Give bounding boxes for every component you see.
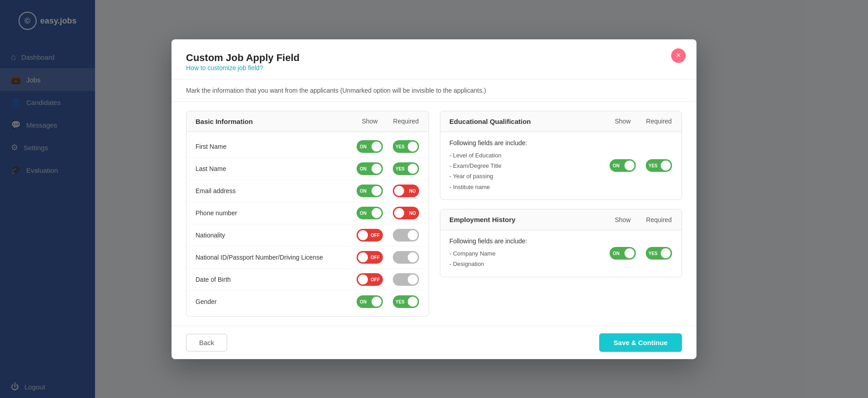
field-label-firstname: First Name [196,143,356,150]
edu-field-item-1: - Level of Education [449,150,609,161]
emp-field-info: Following fields are include: - Company … [449,237,609,270]
modal-help-link[interactable]: How to customize job field? [186,64,263,71]
edu-card-title: Educational Qualification [449,118,531,125]
field-label-email: Email address [196,187,356,194]
edu-fields-row: Following fields are include: - Level of… [440,132,682,200]
educational-qualification-card: Educational Qualification Show Required … [440,111,682,200]
edu-required-col: Required [645,118,672,125]
show-col-label: Show [356,118,383,125]
edu-field-list: - Level of Education - Exam/Degree Title… [449,150,609,193]
close-button[interactable]: × [671,48,686,63]
edu-field-item-4: - Institute name [449,182,609,192]
edu-toggles: ON YES [609,159,672,172]
field-label-gender: Gender [196,298,356,305]
emp-field-list: - Company Name - Designation [449,248,609,270]
modal-title: Custom Job Apply Field [186,52,682,64]
field-toggles-email: ON NO [356,185,420,197]
modal-description: Mark the information that you want from … [172,80,696,102]
field-toggles-lastname: ON YES [356,162,420,175]
basic-info-col-labels: Show Required [356,118,420,125]
edu-show-toggle[interactable]: ON [610,159,636,172]
required-toggle-no-phone[interactable]: NO [393,207,419,219]
show-toggle-on-firstname[interactable]: ON [357,140,383,153]
show-toggle-on-phone[interactable]: ON [357,207,383,219]
emp-toggles: ON YES [609,247,672,260]
emp-card-header: Employment History Show Required [440,209,682,230]
required-toggle-disabled-nationality [393,229,419,242]
emp-show-col: Show [609,216,636,223]
employment-history-card: Employment History Show Required Followi… [440,209,682,277]
field-row-lastname: Last Name ON YES [186,158,429,180]
edu-col-labels: Show Required [609,118,672,125]
modal-header: Custom Job Apply Field How to customize … [172,39,696,80]
edu-field-info: Following fields are include: - Level of… [449,139,609,193]
emp-required-col: Required [645,216,672,223]
field-toggles-phone: ON NO [356,207,420,219]
field-toggles-firstname: ON YES [356,140,420,153]
field-label-dob: Date of Birth [196,276,356,283]
field-toggles-gender: ON YES [356,295,420,308]
show-toggle-on-lastname[interactable]: ON [357,162,383,175]
field-toggles-nationality: OFF [356,229,420,242]
basic-info-card: Basic Information Show Required First Na… [186,111,429,317]
save-continue-button[interactable]: Save & Continue [599,333,682,352]
field-row-nationality: Nationality OFF [186,224,429,246]
required-toggle-firstname[interactable]: YES [392,140,420,153]
field-row-phone: Phone number ON NO [186,202,429,224]
edu-show-col: Show [609,118,636,125]
show-toggle-off-dob[interactable]: OFF [357,273,383,286]
modal-footer: Back Save & Continue [172,326,696,359]
modal-overlay: Custom Job Apply Field How to customize … [0,0,868,398]
field-row-gender: Gender ON YES [186,291,429,313]
required-toggle-no-email[interactable]: NO [393,185,419,197]
show-toggle-off-nationalid[interactable]: OFF [357,251,383,264]
field-label-phone: Phone number [196,209,356,217]
required-toggle-disabled-dob [393,273,419,286]
basic-info-body: First Name ON YES [186,132,429,316]
show-toggle-on-gender[interactable]: ON [357,295,383,308]
edu-card-header: Educational Qualification Show Required [440,111,682,132]
field-label-nationalid: National ID/Passport Number/Driving Lice… [196,254,356,261]
back-button[interactable]: Back [186,334,227,351]
required-col-label: Required [392,118,420,125]
basic-info-header: Basic Information Show Required [186,111,429,132]
field-row-email: Email address ON NO [186,180,429,202]
show-toggle-off-nationality[interactable]: OFF [357,229,383,242]
required-toggle-yes-firstname[interactable]: YES [393,140,419,153]
custom-field-modal: Custom Job Apply Field How to customize … [172,39,696,359]
field-label-lastname: Last Name [196,165,356,172]
show-toggle-on-email[interactable]: ON [357,185,383,197]
field-toggles-nationalid: OFF [356,251,420,264]
required-toggle-disabled-nationalid [393,251,419,264]
modal-body: Basic Information Show Required First Na… [172,102,696,326]
emp-fields-row: Following fields are include: - Company … [440,230,682,277]
field-row-nationalid: National ID/Passport Number/Driving Lice… [186,246,429,269]
emp-field-item-1: - Company Name [449,248,609,259]
basic-info-title: Basic Information [196,118,253,125]
show-toggle-firstname[interactable]: ON [356,140,383,153]
field-toggles-dob: OFF [356,273,420,286]
field-row-dob: Date of Birth OFF [186,269,429,291]
edu-includes-label: Following fields are include: [449,139,609,147]
edu-field-item-3: - Year of passing [449,171,609,181]
emp-show-toggle[interactable]: ON [610,247,636,260]
field-label-nationality: Nationality [196,232,356,239]
right-section: Educational Qualification Show Required … [440,111,682,317]
field-row-firstname: First Name ON YES [186,136,429,158]
emp-card-title: Employment History [449,216,515,223]
required-toggle-yes-gender[interactable]: YES [393,295,419,308]
edu-field-item-2: - Exam/Degree Title [449,161,609,171]
emp-required-toggle[interactable]: YES [646,247,672,260]
emp-includes-label: Following fields are include: [449,237,609,245]
emp-field-item-2: - Designation [449,259,609,269]
edu-required-toggle[interactable]: YES [646,159,672,172]
required-toggle-yes-lastname[interactable]: YES [393,162,419,175]
emp-col-labels: Show Required [609,216,672,223]
